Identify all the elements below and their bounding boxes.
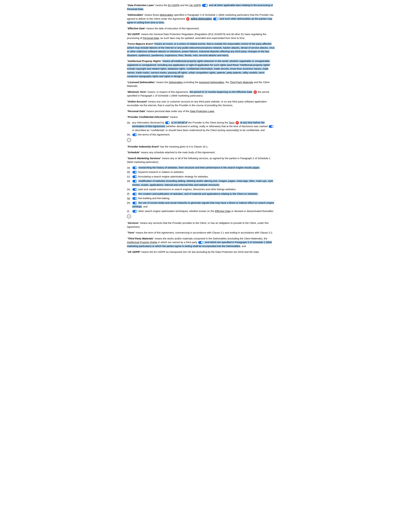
list-content-b: the terms of this Agreement; <box>132 133 276 137</box>
or-badge-minimum-term: or <box>253 90 257 94</box>
toggle-sms-i[interactable] <box>132 210 137 213</box>
highlight-sms-f: the creation and publication of websites… <box>138 192 258 195</box>
term-search-marketing: Search Marketing Services <box>128 157 160 160</box>
list-label-sms-g: (g) <box>127 196 132 200</box>
highlight-sms-h: the use of social media and social netwo… <box>132 201 274 208</box>
uk-gdpr-link[interactable]: UK GDPR <box>189 4 201 6</box>
list-content-sms-i: other search engine optimisation techniq… <box>132 209 276 213</box>
list-content-sms-a: researching the history of websites, the… <box>132 166 276 170</box>
eu-gdpr-link[interactable]: EU GDPR <box>168 4 179 6</box>
toggle-conf-b[interactable] <box>132 133 137 136</box>
highlight-minimum-term: the period of 12 months beginning on the… <box>189 90 252 93</box>
data-protection-laws-link[interactable]: Data Protection Laws <box>190 110 214 113</box>
list-item-provider-conf-a: (a) any information disclosed by or on b… <box>127 121 276 132</box>
list-item-sms-c: (c) formulating a search engine optimisa… <box>127 175 276 179</box>
list-label-sms-i: (i) <box>127 209 132 213</box>
definition-data-protection-laws: "Data Protection Laws" means the EU GDPR… <box>127 3 276 11</box>
definition-services: "Services" means any services that the P… <box>127 221 276 229</box>
toggle-sms-b[interactable] <box>132 171 137 174</box>
list-item-sms-e: (e) paid and unpaid submissions to searc… <box>127 187 276 191</box>
list-item-sms-h: (h) the use of social media and social n… <box>127 201 276 209</box>
toggle-sms-f[interactable] <box>132 193 137 195</box>
term-force-majeure: Force Majeure Event <box>128 42 153 45</box>
definition-ipr: "Intellectual Property Rights" means all… <box>127 59 276 78</box>
term-link-conf[interactable]: Term <box>229 121 234 124</box>
definition-schedule: "Schedule" means any schedule attached t… <box>127 151 276 154</box>
list-label-a: (a) <box>127 121 132 125</box>
list-item-sms-i: (i) other search engine optimisation tec… <box>127 209 276 213</box>
toggle-conf-a1[interactable] <box>165 121 170 124</box>
definition-personal-data: "Personal Data" means personal data unde… <box>127 109 276 113</box>
term-provider-confidential: Provider Confidential Information <box>128 115 168 118</box>
term-eu-gdpr: EU GDPR <box>128 33 139 36</box>
list-label-sms-c: (c) <box>127 175 132 179</box>
list-content-sms-h: the use of social media and social netwo… <box>132 201 276 209</box>
list-content-sms-f: the creation and publication of websites… <box>132 192 276 196</box>
definition-deliverables: "Deliverables" means those deliverables … <box>127 13 276 25</box>
term-provider-indemnity: Provider Indemnity Event <box>128 145 158 148</box>
list-content-a: any information disclosed by or on behal… <box>132 121 276 132</box>
assigned-deliverables-link[interactable]: Assigned Deliverables <box>199 81 224 84</box>
toggle-sms-c[interactable] <box>132 175 137 178</box>
toggle-sms-e[interactable] <box>132 188 137 191</box>
list-label-sms-e: (e) <box>127 187 132 191</box>
list-label-sms-f: (f) <box>127 192 132 196</box>
deliverables-link[interactable]: deliverables <box>160 13 173 16</box>
term-licensed-deliverables: Licensed Deliverables <box>128 81 155 84</box>
highlight-sms-a: researching the history of websites, the… <box>138 166 260 169</box>
toggle-sms-a[interactable] <box>132 166 137 169</box>
term-services: Services <box>128 222 138 224</box>
definition-minimum-term: "Minimum Term" means, in respect of this… <box>127 90 276 98</box>
term-personal-data: Personal Data <box>128 110 145 113</box>
term-term: Term <box>128 231 134 234</box>
definition-provider-indemnity: "Provider Indemnity Event" has the meani… <box>127 145 276 149</box>
ipr-link-tpm[interactable]: Intellectual Property Rights <box>127 241 157 244</box>
list-label-sms-a: (a) <box>127 166 132 170</box>
term-online-account: Online Account <box>128 100 146 103</box>
list-content-sms-g: link building and link baiting; <box>132 196 276 200</box>
list-content-sms-b: keyword research in relation to websites… <box>132 170 276 174</box>
toggle-conf-a2[interactable] <box>269 125 273 128</box>
list-content-sms-c: formulating a search engine optimisation… <box>132 175 276 179</box>
toggle-sms-d[interactable] <box>132 180 137 183</box>
or-badge-conf: or <box>236 121 239 124</box>
toggle-tpm[interactable] <box>198 241 203 244</box>
definition-uk-gdpr: "UK GDPR" means the EU GDPR as transpose… <box>127 250 276 254</box>
list-item-sms-g: (g) link building and link baiting; <box>127 196 276 200</box>
term-schedule: Schedule <box>128 151 139 154</box>
third-party-materials-link[interactable]: Third Party Materials <box>230 81 253 84</box>
list-label-sms-b: (b) <box>127 170 132 174</box>
toggle-sms-g[interactable] <box>132 197 137 200</box>
term-data-protection-laws: Data Protection Laws <box>128 4 154 6</box>
add-button-conf[interactable]: + <box>127 138 131 142</box>
list-item-sms-b: (b) keyword research in relation to webs… <box>127 170 276 174</box>
definition-search-marketing: "Search Marketing Services" means any or… <box>127 157 276 219</box>
list-label-sms-d: (d) <box>127 179 132 183</box>
personal-data-link-eu[interactable]: Personal Data <box>143 37 159 39</box>
definition-term: "Term" means the term of this Agreement,… <box>127 231 276 235</box>
toggle-data-protection-laws[interactable] <box>202 4 208 7</box>
or-badge-deliverables: or <box>186 17 189 21</box>
highlight-conf-a: or on behalf of <box>171 121 188 124</box>
definition-online-account: "Online Account" means any user or custo… <box>127 100 276 107</box>
list-label-b: (b) <box>127 133 132 137</box>
list-item-sms-f: (f) the creation and publication of webs… <box>127 192 276 196</box>
list-item-provider-conf-b: (b) the terms of this Agreement; <box>127 133 276 137</box>
term-third-party-materials: Third Party Materials <box>128 237 153 240</box>
list-item-sms-d: (d) modification of websites (including … <box>127 179 276 187</box>
deliverables-link2[interactable]: Deliverables <box>169 81 183 84</box>
toggle-sms-h[interactable] <box>132 202 137 204</box>
definition-effective-date: "Effective Date" means the date of execu… <box>127 27 276 31</box>
define-deliverables-link[interactable]: define deliverables <box>190 17 212 20</box>
list-content-sms-d: modification of websites (including addi… <box>132 179 276 187</box>
list-item-sms-a: (a) researching the history of websites,… <box>127 166 276 170</box>
document-content: "Data Protection Laws" means the EU GDPR… <box>127 3 276 254</box>
term-deliverables: Deliverables <box>128 13 143 16</box>
toggle-deliverables[interactable] <box>213 18 218 20</box>
term-uk-gdpr: UK GDPR <box>128 250 139 253</box>
highlight-conf-a2: at any time before the termination of th… <box>132 121 265 128</box>
effective-date-link-sms[interactable]: Effective Date <box>215 210 231 213</box>
definition-provider-confidential: "Provider Confidential Information" mean… <box>127 115 276 143</box>
add-button-sms[interactable]: + <box>127 214 131 218</box>
list-content-sms-e: paid and unpaid submissions to search en… <box>132 187 276 191</box>
